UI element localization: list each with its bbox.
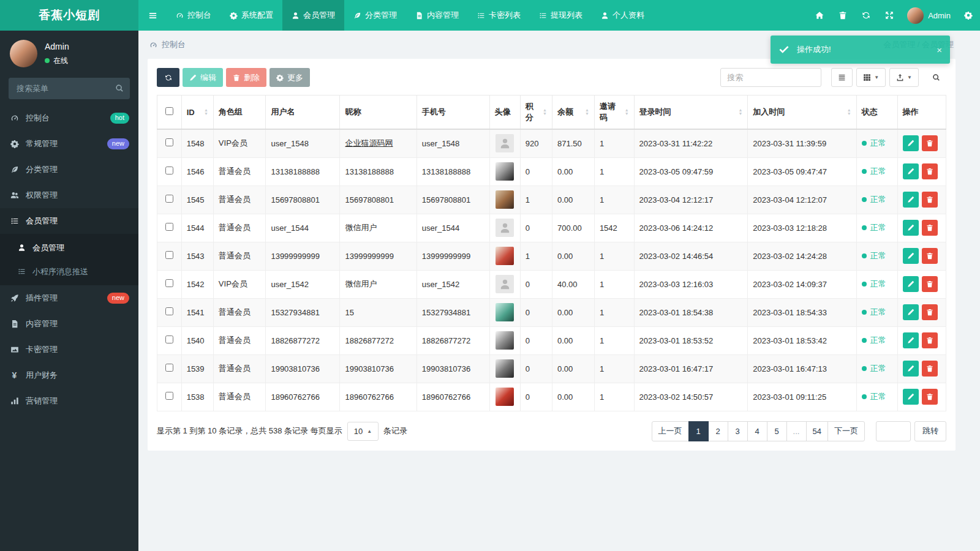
edit-row-button[interactable] — [903, 220, 919, 236]
column-header[interactable]: 加入时间▲▼ — [748, 96, 856, 130]
page-button[interactable]: 54 — [806, 421, 828, 441]
edit-row-button[interactable] — [903, 135, 919, 151]
topnav-item[interactable]: 个人资料 — [592, 0, 654, 31]
delete-row-button[interactable] — [922, 361, 938, 377]
next-page-button[interactable]: 下一页 — [827, 421, 865, 441]
cell-status: 正常 — [856, 157, 897, 186]
jump-button[interactable]: 跳转 — [914, 421, 946, 441]
sidebar-item[interactable]: 控制台hot — [0, 105, 138, 131]
delete-row-button[interactable] — [922, 220, 938, 236]
sidebar-item[interactable]: 权限管理 — [0, 182, 138, 208]
sidebar-item[interactable]: 会员管理 — [0, 208, 138, 234]
row-checkbox[interactable] — [165, 392, 173, 400]
page-button[interactable]: 2 — [708, 421, 728, 441]
row-checkbox[interactable] — [165, 167, 173, 174]
page-button[interactable]: 5 — [767, 421, 787, 441]
trash-button[interactable] — [831, 0, 854, 31]
topnav-item[interactable]: 内容管理 — [406, 0, 468, 31]
jump-page-input[interactable] — [876, 421, 911, 441]
expand-button[interactable] — [878, 0, 901, 31]
sidebar-item[interactable]: 内容管理 — [0, 311, 138, 337]
sidebar-item[interactable]: ¥用户财务 — [0, 362, 138, 388]
row-checkbox[interactable] — [165, 195, 173, 203]
cell-join-time: 2023-03-05 09:47:47 — [748, 157, 856, 186]
topnav-item[interactable]: 分类管理 — [344, 0, 406, 31]
topnav-item[interactable]: 控制台 — [167, 0, 221, 31]
delete-row-button[interactable] — [922, 192, 938, 208]
search-toggle-button[interactable] — [926, 68, 946, 87]
column-header[interactable]: 余额▲▼ — [552, 96, 595, 130]
more-button[interactable]: 更多 — [270, 68, 310, 87]
cell-username: 18960762766 — [266, 383, 340, 411]
settings-button[interactable] — [957, 0, 980, 31]
row-checkbox[interactable] — [165, 251, 173, 259]
delete-row-button[interactable] — [922, 163, 938, 179]
page-button[interactable]: 3 — [728, 421, 748, 441]
cell-select — [157, 383, 182, 411]
sidebar-item[interactable]: 卡密管理 — [0, 337, 138, 362]
cell-status: 正常 — [856, 186, 897, 214]
sidebar-item[interactable]: 常规管理new — [0, 131, 138, 157]
status-badge: 正常 — [862, 250, 886, 261]
delete-row-button[interactable] — [922, 389, 938, 405]
select-all-checkbox[interactable] — [165, 107, 173, 115]
edit-row-button[interactable] — [903, 192, 919, 208]
topnav-item[interactable]: 会员管理 — [282, 0, 344, 31]
row-checkbox[interactable] — [165, 279, 173, 287]
export-button[interactable]: ▼ — [889, 68, 919, 87]
status-dot-icon — [862, 225, 867, 230]
row-checkbox[interactable] — [165, 138, 173, 146]
delete-row-button[interactable] — [922, 276, 938, 292]
row-checkbox[interactable] — [165, 364, 173, 372]
page-button[interactable]: 4 — [747, 421, 767, 441]
edit-row-button[interactable] — [903, 389, 919, 405]
breadcrumb-label: 控制台 — [162, 39, 186, 50]
edit-row-button[interactable] — [903, 304, 919, 320]
delete-row-button[interactable] — [922, 248, 938, 264]
sidebar-subitem[interactable]: 会员管理 — [0, 236, 138, 260]
user-menu[interactable]: Admin — [901, 7, 957, 24]
edit-button[interactable]: 编辑 — [183, 68, 223, 87]
column-header[interactable]: ID▲▼ — [181, 96, 213, 130]
topnav-item[interactable]: 卡密列表 — [468, 0, 530, 31]
detail-view-button[interactable] — [831, 68, 853, 87]
page-button[interactable]: 1 — [688, 421, 709, 441]
sidebar-item[interactable]: 分类管理 — [0, 157, 138, 182]
nickname-link[interactable]: 企业猫源码网 — [345, 138, 393, 148]
column-header: 昵称 — [340, 96, 417, 130]
row-checkbox[interactable] — [165, 307, 173, 315]
delete-row-button[interactable] — [922, 304, 938, 320]
columns-button[interactable]: ▼ — [856, 68, 886, 87]
edit-row-button[interactable] — [903, 361, 919, 377]
row-checkbox[interactable] — [165, 335, 173, 343]
refresh-button[interactable] — [157, 68, 179, 87]
dashboard-icon — [149, 41, 157, 49]
table-search-input[interactable] — [720, 68, 821, 87]
delete-button[interactable]: 删除 — [226, 68, 266, 87]
sidebar-item[interactable]: 插件管理new — [0, 285, 138, 311]
per-page-select[interactable]: 10▲ — [347, 422, 379, 441]
row-checkbox[interactable] — [165, 223, 173, 231]
prev-page-button[interactable]: 上一页 — [652, 421, 689, 441]
cell-select — [157, 157, 182, 186]
cell-invite-code: 1 — [594, 354, 634, 383]
edit-row-button[interactable] — [903, 332, 919, 348]
cell-join-time: 2023-03-01 18:53:42 — [748, 326, 856, 354]
topnav-item[interactable]: 系统配置 — [221, 0, 282, 31]
home-button[interactable] — [808, 0, 831, 31]
column-header[interactable]: 积分▲▼ — [520, 96, 552, 130]
column-header[interactable]: 邀请码▲▼ — [594, 96, 634, 130]
edit-row-button[interactable] — [903, 163, 919, 179]
edit-row-button[interactable] — [903, 248, 919, 264]
sidebar-item[interactable]: 营销管理 — [0, 388, 138, 414]
delete-row-button[interactable] — [922, 332, 938, 348]
sync-button[interactable] — [854, 0, 878, 31]
sidebar-toggle-button[interactable] — [138, 0, 167, 31]
delete-row-button[interactable] — [922, 135, 938, 151]
topnav-item[interactable]: 提现列表 — [530, 0, 592, 31]
toast-close-button[interactable]: × — [937, 45, 942, 54]
sidebar-search-input[interactable] — [9, 78, 130, 99]
edit-row-button[interactable] — [903, 276, 919, 292]
column-header[interactable]: 登录时间▲▼ — [634, 96, 748, 130]
sidebar-subitem[interactable]: 小程序消息推送 — [0, 260, 138, 283]
